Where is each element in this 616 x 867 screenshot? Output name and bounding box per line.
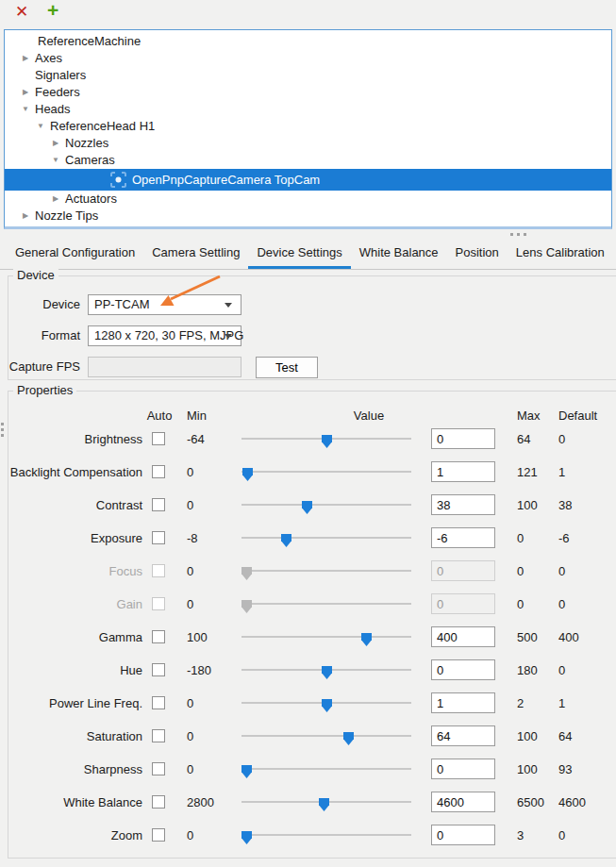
- slider-thumb[interactable]: [302, 501, 312, 514]
- tree-item[interactable]: ▶ Axes: [5, 50, 611, 67]
- auto-checkbox[interactable]: [152, 762, 165, 775]
- max-value: 64: [517, 423, 530, 456]
- slider-thumb[interactable]: [319, 798, 329, 811]
- value-input[interactable]: [431, 560, 495, 581]
- tab[interactable]: General Configuration: [7, 239, 143, 269]
- value-slider[interactable]: [241, 594, 411, 614]
- vertical-splitter-handle[interactable]: [1, 423, 4, 437]
- slider-thumb[interactable]: [322, 699, 332, 712]
- tree-expand-arrow[interactable]: ▶: [49, 191, 62, 208]
- delete-icon[interactable]: ✕: [15, 2, 28, 22]
- slider-track: [241, 636, 411, 638]
- value-input[interactable]: [431, 428, 495, 449]
- capture-fps-input[interactable]: [88, 357, 241, 377]
- property-label: Saturation: [8, 720, 142, 753]
- value-slider[interactable]: [241, 792, 411, 812]
- tree-item[interactable]: OpenPnpCaptureCamera TopCam: [5, 169, 611, 191]
- value-slider[interactable]: [241, 462, 411, 482]
- format-combobox[interactable]: 1280 x 720, 30 FPS, MJPG: [88, 325, 241, 346]
- default-value: 400: [558, 621, 579, 654]
- auto-checkbox[interactable]: [152, 663, 165, 676]
- slider-thumb[interactable]: [241, 831, 252, 844]
- max-value: 121: [517, 456, 538, 489]
- slider-thumb[interactable]: [241, 600, 252, 613]
- auto-checkbox[interactable]: [152, 696, 165, 709]
- min-value: 0: [187, 555, 193, 588]
- value-slider[interactable]: [241, 429, 411, 449]
- value-slider[interactable]: [241, 561, 411, 581]
- auto-checkbox[interactable]: [152, 564, 165, 577]
- tree-item[interactable]: ▶ Actuators: [5, 191, 611, 208]
- value-slider[interactable]: [241, 627, 411, 647]
- horizontal-splitter-handle[interactable]: [510, 233, 526, 236]
- tree-expand-arrow[interactable]: ▶: [19, 50, 32, 67]
- tree-expand-arrow[interactable]: ▶: [49, 135, 62, 152]
- slider-thumb[interactable]: [241, 765, 252, 778]
- max-value: 500: [517, 621, 538, 654]
- slider-thumb[interactable]: [242, 468, 253, 481]
- tree-expand-arrow[interactable]: ▶: [19, 84, 32, 101]
- auto-checkbox[interactable]: [152, 498, 165, 511]
- value-slider[interactable]: [241, 495, 411, 515]
- value-input[interactable]: [431, 659, 495, 680]
- tab[interactable]: Lens Calibration: [508, 239, 613, 269]
- tab[interactable]: Position: [447, 239, 508, 269]
- value-input[interactable]: [431, 494, 495, 515]
- auto-checkbox[interactable]: [152, 630, 165, 643]
- header-value: Value: [241, 408, 496, 423]
- value-input[interactable]: [431, 825, 495, 845]
- machine-tree: ReferenceMachine ▶ Axes Signalers ▶ Feed…: [4, 29, 612, 229]
- tree-expand-arrow[interactable]: ▼: [19, 101, 32, 118]
- value-slider[interactable]: [241, 759, 411, 779]
- tree-item-label: Heads: [35, 101, 71, 118]
- value-slider[interactable]: [241, 825, 411, 845]
- tree-expand-arrow[interactable]: ▼: [49, 152, 62, 169]
- slider-thumb[interactable]: [361, 633, 372, 646]
- auto-checkbox[interactable]: [152, 465, 165, 478]
- slider-thumb[interactable]: [322, 435, 332, 448]
- min-value: 0: [187, 720, 193, 753]
- value-input[interactable]: [431, 692, 495, 713]
- max-value: 180: [517, 654, 538, 687]
- auto-checkbox[interactable]: [152, 729, 165, 742]
- tree-item[interactable]: ▼ ReferenceHead H1: [5, 118, 611, 135]
- tree-item[interactable]: ▶ Feeders: [5, 84, 611, 101]
- auto-checkbox[interactable]: [152, 597, 165, 610]
- tree-item[interactable]: ▼ Heads: [5, 101, 611, 118]
- tab[interactable]: Device Settings: [248, 239, 350, 269]
- slider-thumb[interactable]: [322, 666, 332, 679]
- slider-thumb[interactable]: [241, 567, 252, 580]
- property-row: Gamma 100 500 400: [8, 621, 616, 654]
- tab[interactable]: White Balance: [351, 239, 447, 269]
- auto-checkbox[interactable]: [152, 795, 165, 809]
- value-slider[interactable]: [241, 726, 411, 746]
- tree-item[interactable]: ▼ Cameras: [5, 152, 611, 169]
- auto-checkbox[interactable]: [152, 531, 165, 544]
- tree-item[interactable]: Signalers: [5, 67, 611, 84]
- value-input[interactable]: [431, 725, 495, 746]
- value-slider[interactable]: [241, 660, 411, 680]
- value-input[interactable]: [431, 626, 495, 647]
- test-button[interactable]: Test: [256, 357, 318, 378]
- tree-expand-arrow[interactable]: ▶: [19, 208, 32, 225]
- add-icon[interactable]: +: [47, 0, 58, 22]
- value-input[interactable]: [431, 792, 495, 812]
- slider-thumb[interactable]: [343, 732, 354, 745]
- tree-item[interactable]: ReferenceMachine: [5, 33, 611, 50]
- tree-item[interactable]: ▶ Nozzle Tips: [5, 208, 611, 225]
- tree-item[interactable]: ▶ Nozzles: [5, 135, 611, 152]
- tab[interactable]: Camera Settling: [143, 239, 248, 269]
- slider-thumb[interactable]: [281, 534, 291, 547]
- slider-track: [241, 471, 411, 473]
- value-input[interactable]: [431, 593, 495, 614]
- auto-checkbox[interactable]: [152, 828, 165, 842]
- auto-checkbox[interactable]: [152, 432, 165, 445]
- value-input[interactable]: [431, 527, 495, 548]
- value-slider[interactable]: [241, 693, 411, 713]
- tree-expand-arrow[interactable]: ▼: [34, 118, 47, 135]
- value-input[interactable]: [431, 759, 495, 779]
- value-slider[interactable]: [241, 528, 411, 548]
- value-input[interactable]: [431, 461, 495, 482]
- min-value: -64: [187, 423, 205, 456]
- device-combobox[interactable]: PP-TCAM: [88, 294, 241, 315]
